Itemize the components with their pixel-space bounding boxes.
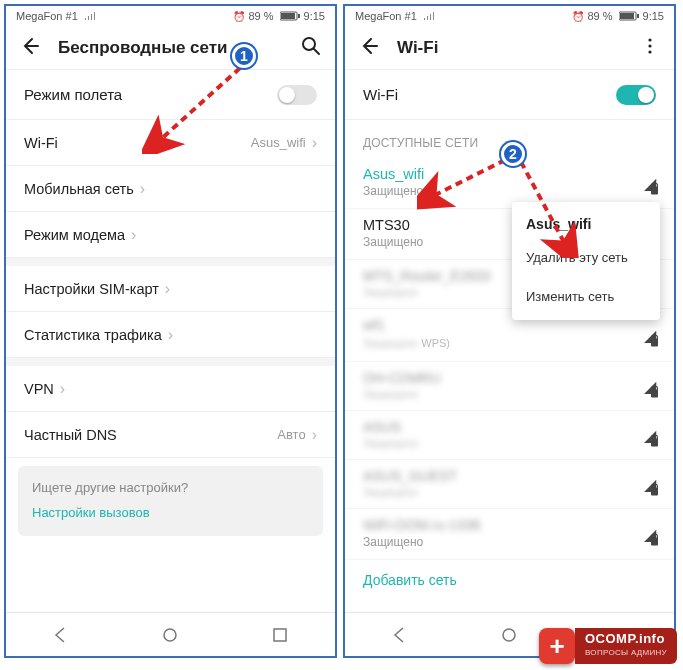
wifi-signal-icon: ◢: [644, 326, 656, 345]
ctx-menu-title: Asus_wifi: [512, 206, 660, 238]
row-label: Режим модема: [24, 227, 125, 243]
signal-icon: [84, 11, 96, 21]
battery-pct: 89 %: [249, 10, 274, 22]
watermark-plus-icon: +: [539, 628, 575, 664]
row-private-dns[interactable]: Частный DNS Авто ›: [6, 412, 335, 458]
wifi-signal-icon: ◢: [644, 377, 656, 396]
ctx-delete-network[interactable]: Удалить эту сеть: [512, 238, 660, 277]
alarm-icon: ⏰: [233, 11, 245, 22]
wifi-toggle[interactable]: [616, 85, 656, 105]
row-label: Wi-Fi: [24, 135, 58, 151]
kebab-menu-icon[interactable]: [640, 36, 660, 60]
network-name: ASUS_GUEST: [363, 468, 656, 484]
chevron-right-icon: ›: [165, 280, 170, 298]
network-name: OH-CDMRU: [363, 370, 656, 386]
network-blurred[interactable]: OH-CDMRU Защищено ◢: [345, 362, 674, 411]
row-wifi[interactable]: Wi-Fi Asus_wifi ›: [6, 120, 335, 166]
network-name: ASUS: [363, 419, 656, 435]
row-tethering[interactable]: Режим модема ›: [6, 212, 335, 258]
svg-point-3: [303, 38, 315, 50]
network-blurred[interactable]: ASUS_GUEST Защищено ◢: [345, 460, 674, 509]
chevron-right-icon: ›: [131, 226, 136, 244]
ctx-modify-network[interactable]: Изменить сеть: [512, 277, 660, 316]
search-icon[interactable]: [301, 36, 321, 60]
alarm-icon: ⏰: [572, 11, 584, 22]
network-name: Asus_wifi: [363, 166, 656, 182]
svg-rect-8: [637, 14, 639, 18]
watermark-text: OCOMP.info ВОПРОСЫ АДМИНУ: [575, 628, 677, 664]
wifi-signal-icon: ◢: [644, 525, 656, 544]
row-traffic-stats[interactable]: Статистика трафика ›: [6, 312, 335, 358]
nav-home-icon[interactable]: [498, 624, 520, 646]
network-status: Защищено: [363, 337, 418, 349]
chevron-right-icon: ›: [168, 326, 173, 344]
wifi-signal-icon: ◢: [644, 475, 656, 494]
nav-recent-icon[interactable]: [269, 624, 291, 646]
network-wifi-dom[interactable]: WiFi-DOM.ru-1336 Защищено ◢: [345, 509, 674, 560]
status-bar: MegaFon #1 ⏰ 89 % 9:15: [6, 6, 335, 26]
title-bar: Беспроводные сети: [6, 26, 335, 70]
battery-icon: [280, 11, 300, 21]
status-bar: MegaFon #1 ⏰ 89 % 9:15: [345, 6, 674, 26]
carrier-text: MegaFon #1: [355, 10, 417, 22]
chevron-right-icon: ›: [60, 380, 65, 398]
row-sim-settings[interactable]: Настройки SIM-карт ›: [6, 266, 335, 312]
battery-icon: [619, 11, 639, 21]
battery-pct: 89 %: [588, 10, 613, 22]
chevron-right-icon: ›: [140, 180, 145, 198]
network-status: Защищено: [363, 437, 656, 449]
network-name: WiFi-DOM.ru-1336: [363, 517, 656, 533]
row-wifi-master-toggle[interactable]: Wi-Fi: [345, 70, 674, 120]
nav-back-icon[interactable]: [389, 624, 411, 646]
airplane-toggle[interactable]: [277, 85, 317, 105]
row-vpn[interactable]: VPN ›: [6, 366, 335, 412]
hint-card: Ищете другие настройки? Настройки вызово…: [18, 466, 323, 536]
svg-rect-7: [620, 13, 634, 19]
screenshot-left: MegaFon #1 ⏰ 89 % 9:15 Беспроводные сети…: [4, 4, 337, 658]
annotation-badge-1: 1: [232, 44, 256, 68]
content-area: Режим полета Wi-Fi Asus_wifi › Мобильная…: [6, 70, 335, 612]
signal-icon: [423, 11, 435, 21]
svg-point-4: [164, 629, 176, 641]
dns-value: Авто: [277, 427, 305, 442]
nav-back-icon[interactable]: [50, 624, 72, 646]
svg-point-10: [648, 44, 651, 47]
android-navbar: [6, 612, 335, 656]
back-icon[interactable]: [20, 36, 40, 60]
section-gap: [6, 258, 335, 266]
network-context-menu: Asus_wifi Удалить эту сеть Изменить сеть: [512, 202, 660, 320]
row-label: Статистика трафика: [24, 327, 162, 343]
svg-rect-1: [281, 13, 295, 19]
add-network-link[interactable]: Добавить сеть: [345, 560, 674, 600]
wifi-value: Asus_wifi: [251, 135, 306, 150]
row-airplane-mode[interactable]: Режим полета: [6, 70, 335, 120]
chevron-right-icon: ›: [312, 134, 317, 152]
network-blurred[interactable]: ASUS Защищено ◢: [345, 411, 674, 460]
row-label: Частный DNS: [24, 427, 117, 443]
wifi-signal-icon: ◢: [644, 426, 656, 445]
annotation-badge-2: 2: [501, 142, 525, 166]
svg-point-9: [648, 38, 651, 41]
clock: 9:15: [304, 10, 325, 22]
wifi-signal-icon: ◢: [644, 174, 656, 193]
screenshot-right: MegaFon #1 ⏰ 89 % 9:15 Wi-Fi Wi-Fi ДОСТУ…: [343, 4, 676, 658]
nav-home-icon[interactable]: [159, 624, 181, 646]
row-label: Режим полета: [24, 86, 122, 103]
clock: 9:15: [643, 10, 664, 22]
network-status: Защищено: [363, 535, 656, 549]
svg-rect-5: [274, 629, 286, 641]
row-mobile-network[interactable]: Мобильная сеть ›: [6, 166, 335, 212]
carrier-text: MegaFon #1: [16, 10, 78, 22]
chevron-right-icon: ›: [312, 426, 317, 444]
hint-link-call-settings[interactable]: Настройки вызовов: [32, 505, 309, 520]
row-label: Wi-Fi: [363, 86, 398, 103]
back-icon[interactable]: [359, 36, 379, 60]
row-label: VPN: [24, 381, 54, 397]
title-bar: Wi-Fi: [345, 26, 674, 70]
svg-rect-2: [298, 14, 300, 18]
network-status: Защищено: [363, 486, 656, 498]
row-label: Настройки SIM-карт: [24, 281, 159, 297]
network-status: Защищено: [363, 184, 656, 198]
row-label: Мобильная сеть: [24, 181, 134, 197]
network-status: Защищено: [363, 388, 656, 400]
